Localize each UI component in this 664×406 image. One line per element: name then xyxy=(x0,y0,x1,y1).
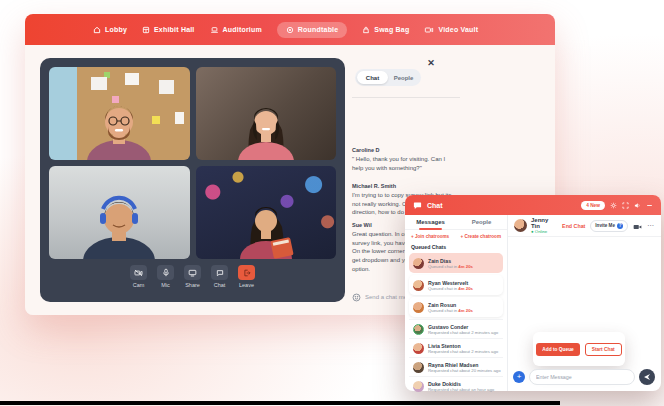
message-input[interactable] xyxy=(529,369,635,385)
queued-chat-item[interactable]: Ryan Westervelt Queued chat in 4m 20s xyxy=(409,275,503,295)
leave-call-button[interactable]: Leave xyxy=(238,265,255,288)
create-chatroom-link[interactable]: + Create chatroom xyxy=(461,234,501,239)
participant-woman-with-book xyxy=(220,199,312,259)
queued-chats-list: Zain Dias Queued chat in 4m 20s Ryan Wes… xyxy=(405,253,507,395)
speaker-icon[interactable] xyxy=(634,202,641,209)
chat-request-item[interactable]: Duke Dokidis Requested chat about an hou… xyxy=(409,376,503,395)
nav-item-auditorium[interactable]: Auditorium xyxy=(210,26,262,34)
nav-label: Lobby xyxy=(105,26,127,33)
avatar xyxy=(413,280,424,291)
home-icon xyxy=(93,26,101,34)
chat-toggle-button[interactable]: Chat xyxy=(211,265,228,288)
video-tile-participant-3 xyxy=(49,166,190,259)
conversation-actions: End Chat Invite Me ? ⋯ xyxy=(562,217,655,235)
avatar xyxy=(413,343,424,354)
more-options-icon[interactable]: ⋯ xyxy=(647,223,655,229)
bag-icon xyxy=(362,26,370,34)
mic-icon xyxy=(157,265,174,280)
video-grid xyxy=(49,67,336,259)
video-conference-panel: Cam Mic Share Chat xyxy=(40,58,345,302)
message-text: " Hello, thank you for visiting. Can I h… xyxy=(352,155,458,172)
attach-plus-icon[interactable]: + xyxy=(513,371,525,383)
chat-request-item[interactable]: Rayna Rhiel Madsen Requested chat about … xyxy=(409,357,503,376)
avatar xyxy=(413,258,424,269)
side-panel-tabs: Chat People xyxy=(355,69,421,86)
message-sender: Michael R. Smith xyxy=(352,183,458,189)
nav-label: Roundtable xyxy=(298,26,339,33)
share-screen-button[interactable]: Share xyxy=(184,265,201,288)
chat-request-item[interactable]: Livia Stenton Requested chat about 2 min… xyxy=(409,338,503,357)
chat-bubble-icon xyxy=(211,265,228,280)
chat-bubble-icon xyxy=(413,196,422,214)
message-sender: Caroline D xyxy=(352,147,458,153)
nav-label: Swag Bag xyxy=(374,26,409,33)
participant-man-glasses xyxy=(73,100,165,160)
chatroom-links: + Join chatrooms + Create chatroom xyxy=(405,230,507,242)
tab-chat[interactable]: Chat xyxy=(357,71,388,84)
exhibit-hall-icon xyxy=(142,26,150,34)
chat-list-column: Messages People + Join chatrooms + Creat… xyxy=(405,215,508,391)
chat-message: Caroline D " Hello, thank you for visiti… xyxy=(352,147,458,172)
video-tile-participant-2 xyxy=(196,67,337,160)
chat-widget-header-actions: 4 New xyxy=(581,201,653,210)
video-tile-participant-4 xyxy=(196,166,337,259)
gear-icon[interactable] xyxy=(610,202,617,209)
avatar xyxy=(514,219,527,232)
tab-people[interactable]: People xyxy=(456,215,507,229)
invite-me-button[interactable]: Invite Me ? xyxy=(590,220,628,232)
nav-label: Auditorium xyxy=(223,26,262,33)
contact-name: Jenny Tin xyxy=(531,217,558,229)
camera-toggle-button[interactable]: Cam xyxy=(130,265,147,288)
queued-chat-item[interactable]: Zain Rosun Queued chat in 4m 20s xyxy=(409,297,503,317)
nav-item-lobby[interactable]: Lobby xyxy=(93,26,127,34)
top-navigation: Lobby Exhibit Hall Auditorium Roundtable… xyxy=(25,14,555,45)
chat-widget-body: Messages People + Join chatrooms + Creat… xyxy=(405,215,661,391)
send-button[interactable] xyxy=(639,369,655,385)
tab-people[interactable]: People xyxy=(388,71,419,84)
call-controls: Cam Mic Share Chat xyxy=(49,265,336,288)
add-to-queue-button[interactable]: Add to Queue xyxy=(536,343,579,356)
nav-label: Exhibit Hall xyxy=(154,26,195,33)
participant-man-headphones xyxy=(67,195,171,259)
chat-widget-title: Chat xyxy=(427,202,443,209)
nav-item-exhibit-hall[interactable]: Exhibit Hall xyxy=(142,26,195,34)
nav-item-video-vault[interactable]: Video Vault xyxy=(424,26,478,34)
start-chat-button[interactable]: Start Chat xyxy=(585,343,622,356)
close-icon[interactable]: ✕ xyxy=(426,58,436,68)
video-tile-participant-1 xyxy=(49,67,190,160)
tab-messages[interactable]: Messages xyxy=(405,215,456,229)
auditorium-icon xyxy=(210,26,219,34)
nav-item-swag-bag[interactable]: Swag Bag xyxy=(362,26,409,34)
video-call-icon[interactable] xyxy=(633,217,642,235)
conversation-column: Jenny Tin ● Online End Chat Invite Me ? … xyxy=(508,215,661,391)
avatar xyxy=(413,381,424,392)
divider xyxy=(352,97,460,98)
mic-toggle-button[interactable]: Mic xyxy=(157,265,174,288)
roundtable-icon xyxy=(286,26,294,34)
avatar xyxy=(413,362,424,373)
join-chatrooms-link[interactable]: + Join chatrooms xyxy=(411,234,449,239)
queued-chats-heading: Queued Chats xyxy=(405,242,507,253)
virtual-event-screenshot: Lobby Exhibit Hall Auditorium Roundtable… xyxy=(0,0,664,406)
nav-item-roundtable[interactable]: Roundtable xyxy=(277,22,348,38)
chat-widget-header: Chat 4 New xyxy=(405,195,661,215)
emoji-icon[interactable] xyxy=(352,288,361,306)
chat-request-item[interactable]: Gustavo Conder Requested chat about 2 mi… xyxy=(409,319,503,338)
participant-woman-smiling xyxy=(220,100,312,160)
online-status: ● Online xyxy=(531,229,558,234)
avatar xyxy=(413,302,424,313)
new-messages-badge[interactable]: 4 New xyxy=(581,201,605,210)
avatar xyxy=(413,324,424,335)
chat-widget-window: Chat 4 New Messages People + Join chatro… xyxy=(405,195,661,391)
camera-off-icon xyxy=(130,265,147,280)
chat-widget-tabs: Messages People xyxy=(405,215,507,230)
info-icon: ? xyxy=(617,223,623,229)
minimize-icon[interactable] xyxy=(646,202,653,209)
video-camera-icon xyxy=(424,26,434,34)
end-chat-button[interactable]: End Chat xyxy=(562,223,585,229)
nav-label: Video Vault xyxy=(438,26,478,33)
queued-chat-item[interactable]: Zain Dias Queued chat in 4m 20s xyxy=(409,253,503,273)
leave-icon xyxy=(238,265,255,280)
fullscreen-icon[interactable] xyxy=(622,202,629,209)
message-input-row: + xyxy=(513,369,655,385)
